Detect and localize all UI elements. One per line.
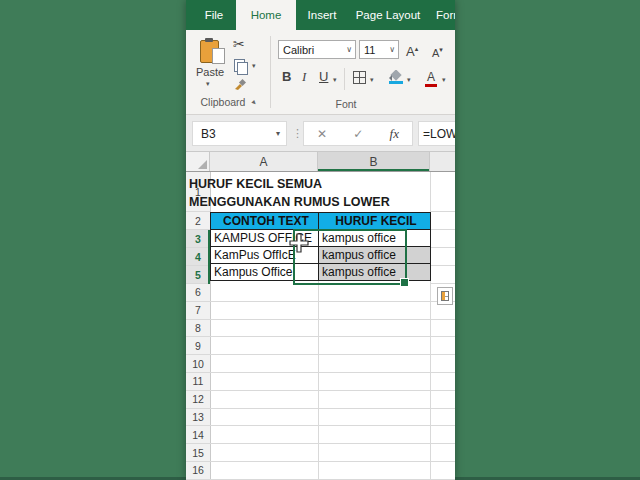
empty-row-10[interactable] — [210, 355, 455, 373]
row-headers: 1 2 3 4 5 6 7 8 9 10 11 12 13 14 15 16 — [186, 172, 210, 480]
row-header-7[interactable]: 7 — [186, 302, 210, 320]
underline-button[interactable]: U — [319, 70, 328, 84]
font-color-button[interactable]: A — [424, 71, 438, 87]
chevron-down-icon[interactable]: ∨ — [346, 45, 352, 54]
chevron-down-icon[interactable]: ∨ — [389, 45, 395, 54]
cut-scissors-icon[interactable]: ✂ — [233, 37, 245, 51]
underline-dropdown-icon[interactable]: ▾ — [333, 76, 337, 84]
decrease-font-size-button[interactable]: A▾ — [432, 43, 443, 60]
increase-font-size-button[interactable]: A▴ — [406, 42, 418, 59]
column-header-c-stub[interactable] — [430, 152, 455, 171]
cell-b5-selected[interactable]: kampus office — [319, 264, 431, 281]
cell-a5[interactable]: Kampus Office — [211, 264, 319, 281]
cell-a2-header[interactable]: CONTOH TEXT — [211, 213, 319, 230]
fill-color-bucket-icon[interactable] — [388, 70, 405, 89]
empty-row-16[interactable] — [210, 462, 455, 480]
gridline-row3 — [430, 247, 455, 248]
font-color-red-bar — [425, 84, 437, 87]
copy-icon[interactable] — [234, 59, 245, 72]
data-table: CONTOH TEXT HURUF KECIL KAMPUS OFFICE ka… — [210, 212, 431, 281]
row-header-12[interactable]: 12 — [186, 391, 210, 409]
tab-formulas[interactable]: Formulas — [428, 0, 455, 30]
font-color-letter: A — [427, 70, 435, 84]
formula-bar-drag-dots-icon[interactable]: ⋮ — [292, 127, 303, 140]
fill-color-dropdown-icon[interactable]: ▾ — [407, 76, 411, 84]
row-header-2[interactable]: 2 — [186, 212, 210, 230]
screenshot-canvas: File Home Insert Page Layout Formulas Pa… — [0, 0, 640, 480]
row-header-13[interactable]: 13 — [186, 409, 210, 427]
row-header-10[interactable]: 10 — [186, 355, 210, 373]
cell-b4-selected[interactable]: kampus office — [319, 247, 431, 264]
ribbon-tab-bar: File Home Insert Page Layout Formulas — [186, 0, 455, 30]
copy-dropdown-icon[interactable]: ▾ — [252, 62, 256, 70]
column-header-a[interactable]: A — [210, 152, 318, 171]
tab-file[interactable]: File — [192, 0, 236, 30]
empty-row-6[interactable] — [210, 284, 455, 302]
bold-button[interactable]: B — [282, 70, 291, 84]
tab-insert[interactable]: Insert — [296, 0, 348, 30]
column-header-b[interactable]: B — [318, 152, 430, 171]
empty-row-15[interactable] — [210, 444, 455, 462]
row-header-6[interactable]: 6 — [186, 284, 210, 302]
row-header-5[interactable]: 5 — [186, 266, 210, 284]
excel-window: File Home Insert Page Layout Formulas Pa… — [186, 0, 455, 480]
paste-button[interactable]: Paste — [188, 66, 232, 78]
empty-rows — [210, 284, 455, 480]
name-box[interactable]: B3 ▾ — [192, 121, 287, 146]
cell-b2-header[interactable]: HURUF KECIL — [319, 213, 431, 230]
row-header-3[interactable]: 3 — [186, 230, 210, 248]
row-header-11[interactable]: 11 — [186, 373, 210, 391]
tab-page-layout[interactable]: Page Layout — [348, 0, 428, 30]
auto-fill-options-button[interactable] — [437, 287, 453, 305]
row-header-4[interactable]: 4 — [186, 248, 210, 266]
empty-row-12[interactable] — [210, 391, 455, 409]
borders-dropdown-icon[interactable]: ▾ — [370, 76, 374, 84]
empty-row-9[interactable] — [210, 337, 455, 355]
formula-input[interactable]: =LOW — [418, 121, 455, 146]
gridline-row1 — [430, 211, 455, 212]
empty-row-7[interactable] — [210, 302, 455, 320]
empty-row-11[interactable] — [210, 373, 455, 391]
cell-a3[interactable]: KAMPUS OFFICE — [211, 230, 319, 247]
row-header-8[interactable]: 8 — [186, 320, 210, 338]
cell-b3-active[interactable]: kampus office — [319, 230, 431, 247]
table-row: KamPus OffIcE kampus office — [211, 247, 431, 264]
formula-bar-strip: B3 ▾ ⋮ ✕ ✓ fx =LOW — [186, 115, 455, 152]
font-color-dropdown-icon[interactable]: ▾ — [442, 76, 446, 84]
row-header-16[interactable]: 16 — [186, 462, 210, 480]
paste-page-icon — [212, 48, 225, 64]
formula-text: =LOW — [423, 127, 455, 141]
group-divider — [270, 36, 271, 108]
enter-check-icon[interactable]: ✓ — [353, 127, 363, 141]
name-box-value: B3 — [201, 127, 216, 141]
format-painter-icon[interactable] — [233, 78, 247, 96]
row-header-15[interactable]: 15 — [186, 444, 210, 462]
cell-a4[interactable]: KamPus OffIcE — [211, 247, 319, 264]
cancel-icon[interactable]: ✕ — [317, 127, 327, 141]
select-all-triangle-icon — [198, 160, 207, 169]
borders-icon[interactable] — [353, 71, 366, 84]
select-all-button[interactable] — [186, 152, 210, 171]
table-header-row: CONTOH TEXT HURUF KECIL — [211, 213, 431, 230]
paste-dropdown-icon[interactable]: ▾ — [206, 80, 210, 88]
formula-buttons: ✕ ✓ fx — [303, 121, 413, 146]
empty-row-14[interactable] — [210, 426, 455, 444]
row-header-9[interactable]: 9 — [186, 337, 210, 355]
font-group-label: Font — [316, 98, 376, 110]
italic-button[interactable]: I — [302, 70, 306, 84]
row-header-14[interactable]: 14 — [186, 426, 210, 444]
tab-home[interactable]: Home — [236, 0, 296, 30]
column-header-row: A B — [186, 152, 455, 172]
font-name-combobox[interactable]: Calibri ∨ — [278, 40, 356, 59]
font-size-combobox[interactable]: 11 ∨ — [359, 40, 399, 59]
cell-a1-title[interactable]: HURUF KECIL SEMUA MENGGUNAKAN RUMUS LOWE… — [189, 175, 424, 211]
empty-row-13[interactable] — [210, 409, 455, 427]
ribbon: Paste ▾ ✂ ▾ Clipboard ▾ Calibri ∨ 11 ∨ A… — [186, 30, 455, 115]
grow-font-letter: A — [406, 44, 415, 59]
name-box-dropdown-icon[interactable]: ▾ — [276, 129, 280, 138]
empty-row-8[interactable] — [210, 320, 455, 338]
gridline-row2 — [430, 229, 455, 230]
insert-function-fx-icon[interactable]: fx — [390, 126, 399, 142]
tri-down-icon: ▾ — [439, 46, 443, 53]
title-line-2: MENGGUNAKAN RUMUS LOWER — [189, 193, 424, 211]
